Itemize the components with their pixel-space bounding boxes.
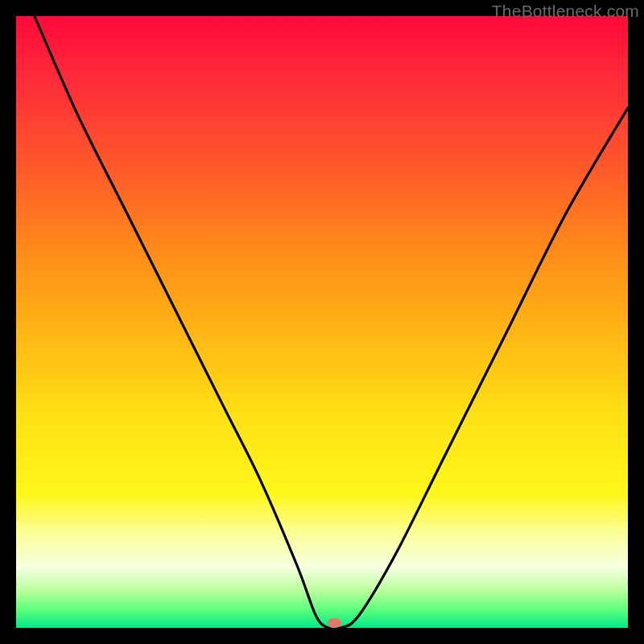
bottleneck-curve [16, 16, 628, 628]
curve-path [35, 16, 628, 628]
chart-canvas: TheBottleneck.com [0, 0, 644, 644]
watermark-label: TheBottleneck.com [492, 2, 639, 21]
plot-area [16, 16, 628, 628]
